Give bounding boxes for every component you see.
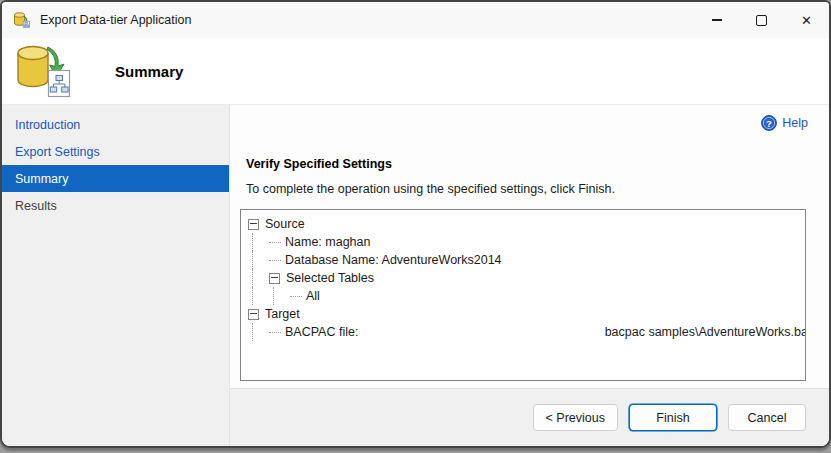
verify-settings-heading: Verify Specified Settings	[246, 157, 829, 171]
finish-button[interactable]: Finish	[629, 404, 717, 431]
tree-node-all[interactable]: All	[248, 287, 805, 305]
export-dac-header-icon	[13, 44, 73, 98]
sidebar-item-export-settings[interactable]: Export Settings	[2, 138, 229, 165]
minimize-icon	[712, 19, 722, 20]
tree-collapse-toggle[interactable]	[248, 309, 259, 320]
tree-node-name-maghan[interactable]: Name: maghan	[248, 233, 805, 251]
summary-page: ? Help Verify Specified Settings To comp…	[230, 105, 829, 388]
tree-indent-guide	[252, 233, 269, 251]
tree-indent-guide	[252, 287, 269, 305]
wizard-body: IntroductionExport SettingsSummaryResult…	[2, 104, 829, 446]
tree-branch-connector	[290, 296, 302, 297]
tree-node-value: bacpac samples\AdventureWorks.ba	[605, 325, 805, 339]
tree-node-label: Source	[265, 217, 305, 231]
page-title: Summary	[115, 63, 183, 80]
tree-branch-connector	[269, 332, 281, 333]
close-icon: ✕	[801, 13, 812, 28]
tree-branch-connector	[269, 242, 281, 243]
sidebar-item-results[interactable]: Results	[2, 192, 229, 219]
sidebar-item-summary[interactable]: Summary	[2, 165, 229, 192]
tree-branch-connector	[269, 260, 281, 261]
settings-summary-tree[interactable]: SourceName: maghanDatabase Name: Adventu…	[240, 209, 806, 381]
wizard-steps-sidebar: IntroductionExport SettingsSummaryResult…	[2, 105, 230, 446]
close-button[interactable]: ✕	[784, 2, 829, 38]
help-label: Help	[782, 116, 808, 130]
minimize-button[interactable]	[694, 2, 739, 38]
content-column: ? Help Verify Specified Settings To comp…	[230, 105, 829, 446]
tree-node-label: Database Name: AdventureWorks2014	[285, 253, 502, 267]
tree-node-label: Target	[265, 307, 300, 321]
maximize-button[interactable]	[739, 2, 784, 38]
tree-node-source[interactable]: Source	[248, 215, 805, 233]
title-bar: Export Data-tier Application ✕	[2, 2, 829, 38]
tree-node-label: Name: maghan	[285, 235, 370, 249]
tree-indent-guide	[252, 323, 269, 341]
tree-node-label: Selected Tables	[286, 271, 374, 285]
tree-indent-guide	[252, 269, 269, 287]
wizard-footer: < PreviousFinishCancel	[230, 388, 829, 446]
tree-node-database-name-adventureworks2014[interactable]: Database Name: AdventureWorks2014	[248, 251, 805, 269]
tree-node-label: BACPAC file:	[285, 325, 358, 339]
cancel-button[interactable]: Cancel	[728, 404, 806, 431]
tree-node-target[interactable]: Target	[248, 305, 805, 323]
help-icon: ?	[761, 115, 777, 131]
tree-node-label: All	[306, 289, 320, 303]
tree-collapse-toggle[interactable]	[248, 219, 259, 230]
tree-indent-guide	[252, 251, 269, 269]
maximize-icon	[756, 15, 767, 26]
window-title: Export Data-tier Application	[40, 13, 694, 27]
help-link[interactable]: ? Help	[761, 115, 808, 131]
previous-button[interactable]: < Previous	[533, 404, 618, 431]
wizard-header: Summary	[2, 38, 829, 104]
sidebar-item-introduction[interactable]: Introduction	[2, 111, 229, 138]
tree-indent-guide	[273, 287, 290, 305]
database-export-icon	[13, 12, 31, 28]
tree-collapse-toggle[interactable]	[269, 273, 280, 284]
svg-text:?: ?	[766, 118, 772, 129]
verify-settings-description: To complete the operation using the spec…	[246, 182, 829, 196]
window-controls: ✕	[694, 2, 829, 38]
tree-node-bacpac-file[interactable]: BACPAC file:bacpac samples\AdventureWork…	[248, 323, 805, 341]
tree-node-selected-tables[interactable]: Selected Tables	[248, 269, 805, 287]
export-dac-wizard-window: Export Data-tier Application ✕ Summary I	[0, 0, 831, 448]
